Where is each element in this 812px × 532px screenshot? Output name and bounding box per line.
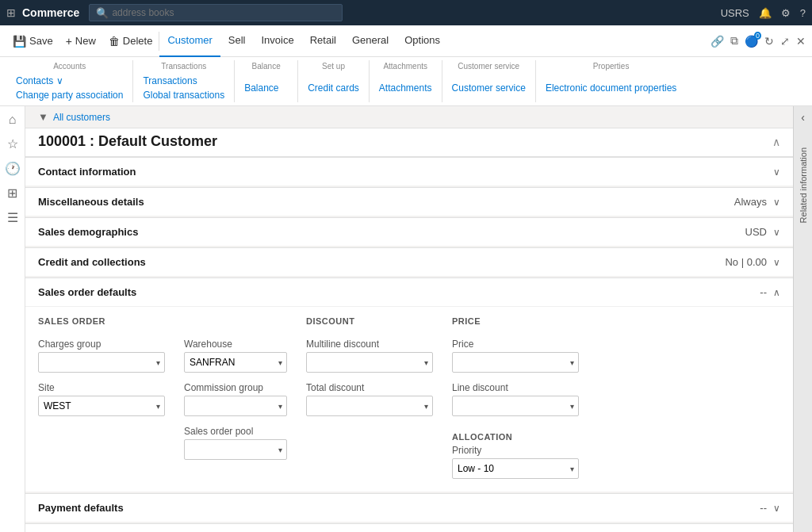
delete-icon: 🗑 <box>109 35 120 48</box>
allocation-label: ALLOCATION <box>452 432 579 442</box>
grid-icon: ⊞ <box>6 6 16 19</box>
tab-general[interactable]: General <box>344 25 396 57</box>
ribbon-group-attachments: Attachments Attachments <box>370 60 442 102</box>
charges-group-field: Charges group ▾ <box>38 339 165 373</box>
section-misc-header[interactable]: Miscellaneous details Always ∨ <box>25 188 793 216</box>
section-invoice-header[interactable]: Invoice and delivery -- ∨ <box>25 524 793 532</box>
discount-label: DISCOUNT <box>306 316 433 326</box>
new-button[interactable]: + New <box>59 29 102 54</box>
main-area: ⌂ ☆ 🕐 ⊞ ☰ ▼ All customers 100001 : Defau… <box>0 106 812 532</box>
tab-retail[interactable]: Retail <box>302 25 344 57</box>
help-icon[interactable]: ? <box>800 7 806 19</box>
multiline-discount-wrapper: ▾ <box>306 352 433 373</box>
charges-group-wrapper: ▾ <box>38 352 165 373</box>
commission-group-select[interactable] <box>184 396 287 416</box>
section-misc-details: Miscellaneous details Always ∨ <box>25 187 793 216</box>
ribbon-group-setup: Set up Credit cards <box>298 60 370 102</box>
price-label: Price <box>452 316 579 326</box>
badge-icon[interactable]: 🔵0 <box>745 35 758 48</box>
line-discount-field: Line discount ▾ <box>452 382 579 416</box>
ribbon-global-transactions[interactable]: Global transactions <box>143 90 224 101</box>
ribbon-group-transactions-items: Transactions Global transactions <box>143 74 224 102</box>
ribbon-group-transactions: Transactions Transactions Global transac… <box>133 60 235 102</box>
charges-group-select[interactable] <box>38 352 165 373</box>
ribbon-change-party[interactable]: Change party association <box>16 90 123 101</box>
misc-meta-value: Always <box>734 196 767 208</box>
section-credit-header[interactable]: Credit and collections No | 0.00 ∨ <box>25 248 793 276</box>
list-icon[interactable]: ☰ <box>7 210 18 225</box>
link-icon[interactable]: 🔗 <box>710 35 724 48</box>
app-icon[interactable]: ⧉ <box>730 34 738 48</box>
ribbon-group-properties-title: Properties <box>546 60 676 71</box>
right-panel[interactable]: ‹ Related information <box>793 106 812 532</box>
search-box[interactable]: 🔍 <box>89 4 343 21</box>
price-select[interactable] <box>452 352 579 373</box>
delete-button[interactable]: 🗑 Delete <box>102 29 159 54</box>
right-panel-collapse-arrow[interactable]: ‹ <box>796 106 810 128</box>
ribbon-electronic-doc[interactable]: Electronic document properties <box>546 82 676 94</box>
workspace-icon[interactable]: ⊞ <box>7 186 17 201</box>
new-icon: + <box>66 35 72 48</box>
multiline-discount-field: Multiline discount ▾ <box>306 339 433 373</box>
collapse-all-icon[interactable]: ∧ <box>772 136 780 148</box>
discount-col: DISCOUNT Multiline discount ▾ <box>306 316 433 479</box>
ribbon-group-properties: Properties Electronic document propertie… <box>536 60 686 102</box>
warehouse-field: Warehouse SANFRAN ▾ <box>184 339 287 373</box>
recent-icon[interactable]: 🕐 <box>5 161 21 176</box>
ribbon-bar: Accounts Contacts ∨ Change party associa… <box>0 57 812 106</box>
section-sales-demographics: Sales demographics USD ∨ <box>25 217 793 246</box>
section-credit-meta: No | 0.00 ∨ <box>725 256 780 268</box>
section-demographics-header[interactable]: Sales demographics USD ∨ <box>25 218 793 246</box>
site-select[interactable]: WEST <box>38 396 165 416</box>
multiline-discount-select[interactable] <box>306 352 433 373</box>
priority-select[interactable]: Low - 10 <box>452 458 579 479</box>
left-nav: ⌂ ☆ 🕐 ⊞ ☰ <box>0 106 25 532</box>
total-discount-select[interactable] <box>306 396 433 416</box>
ribbon-contacts[interactable]: Contacts ∨ <box>16 75 123 86</box>
price-field-label: Price <box>452 339 579 350</box>
title-bar: ⊞ Commerce 🔍 USRS 🔔 ⚙ ? <box>0 0 812 25</box>
ribbon-credit-cards[interactable]: Credit cards <box>308 82 359 94</box>
line-discount-wrapper: ▾ <box>452 396 579 416</box>
save-button[interactable]: 💾 Save <box>6 29 59 54</box>
section-payment-defaults: Payment defaults -- ∨ <box>25 493 793 522</box>
section-sales-order-defaults: Sales order defaults -- ∧ SALES ORDER Ch… <box>25 277 793 492</box>
section-sales-defaults-header[interactable]: Sales order defaults -- ∧ <box>25 278 793 306</box>
close-icon[interactable]: ✕ <box>796 35 806 48</box>
sales-order-pool-select[interactable] <box>184 439 287 460</box>
total-discount-field: Total discount ▾ <box>306 382 433 416</box>
section-contact-header[interactable]: Contact information ∨ <box>25 158 793 186</box>
chevron-misc: ∨ <box>773 197 780 208</box>
tab-sell[interactable]: Sell <box>220 25 254 57</box>
warehouse-select[interactable]: SANFRAN <box>184 352 287 373</box>
ribbon-attachments[interactable]: Attachments <box>379 82 432 94</box>
ribbon-customer-service[interactable]: Customer service <box>452 82 526 94</box>
breadcrumb[interactable]: All customers <box>53 112 110 123</box>
section-contact-information: Contact information ∨ <box>25 157 793 186</box>
ribbon-transactions[interactable]: Transactions <box>143 75 224 86</box>
tab-options[interactable]: Options <box>396 25 448 57</box>
search-input[interactable] <box>112 7 335 18</box>
gear-icon[interactable]: ⚙ <box>781 7 791 19</box>
line-discount-select[interactable] <box>452 396 579 416</box>
ribbon-group-attachments-title: Attachments <box>379 60 432 71</box>
ribbon-balance[interactable]: Balance <box>244 82 278 94</box>
home-icon[interactable]: ⌂ <box>9 113 17 127</box>
content-top-bar: ▼ All customers <box>25 106 793 128</box>
ribbon-group-customer-service-items: Customer service <box>452 74 526 102</box>
sales-defaults-meta-value: -- <box>760 286 767 298</box>
filter-icon: ▼ <box>38 111 48 123</box>
tab-customer[interactable]: Customer <box>159 25 220 57</box>
section-payment-header[interactable]: Payment defaults -- ∨ <box>25 494 793 522</box>
bell-icon[interactable]: 🔔 <box>759 7 772 19</box>
refresh-icon[interactable]: ↻ <box>764 35 774 48</box>
ribbon-group-accounts-title: Accounts <box>16 60 123 71</box>
sales-order-label: SALES ORDER <box>38 316 165 326</box>
expand-icon[interactable]: ⤢ <box>780 35 790 48</box>
allocation-section: ALLOCATION Priority Low - 10 ▾ <box>452 432 579 479</box>
favorites-icon[interactable]: ☆ <box>7 136 18 151</box>
sales-order-pool-label: Sales order pool <box>184 426 287 437</box>
command-bar: 💾 Save + New 🗑 Delete Customer Sell Invo… <box>0 25 812 57</box>
tab-invoice[interactable]: Invoice <box>253 25 301 57</box>
section-sales-defaults-meta: -- ∧ <box>760 286 780 298</box>
